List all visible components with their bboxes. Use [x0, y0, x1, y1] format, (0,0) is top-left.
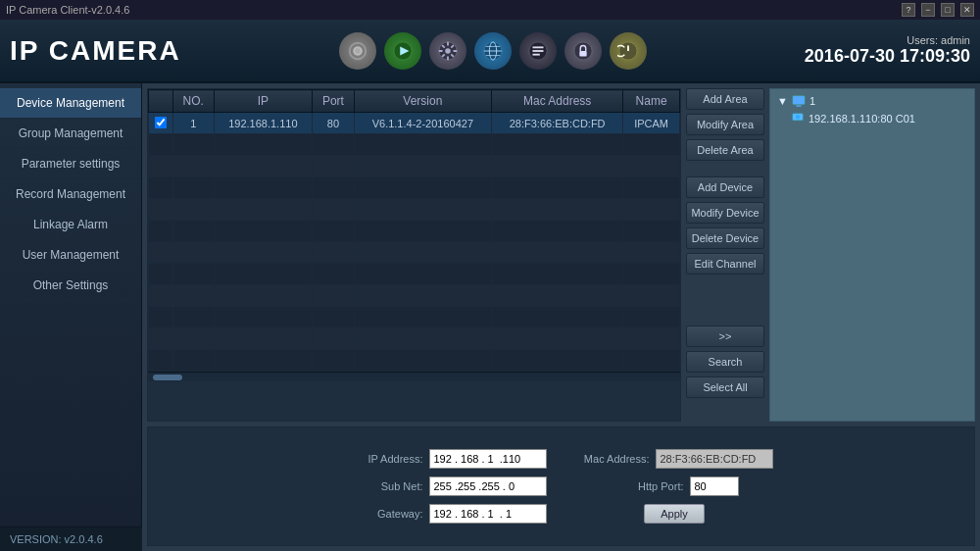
- col-port: Port: [313, 90, 354, 113]
- tree-root-item[interactable]: ▼ 1: [773, 92, 971, 110]
- action-buttons-panel: Add Area Modify Area Delete Area Add Dev…: [686, 88, 764, 422]
- subnet-input[interactable]: [429, 476, 547, 496]
- table-row[interactable]: [149, 134, 680, 156]
- device-table: NO. IP Port Version Mac Address Name: [148, 89, 680, 372]
- globe-nav-icon[interactable]: [474, 32, 512, 70]
- table-row[interactable]: [149, 350, 680, 372]
- modify-device-button[interactable]: Modify Device: [686, 202, 764, 224]
- svg-point-20: [796, 115, 800, 119]
- gateway-label: Gateway:: [350, 508, 423, 520]
- device-info-form: IP Address: Sub Net: Gateway: Mac Addres: [350, 449, 773, 524]
- col-checkbox: [149, 90, 173, 113]
- gateway-row: Gateway:: [350, 504, 547, 524]
- table-row[interactable]: [149, 177, 680, 199]
- nav-icons: [339, 32, 647, 70]
- row-checkbox-cell[interactable]: [149, 113, 173, 134]
- table-row[interactable]: [149, 307, 680, 328]
- device-info-panel: IP Address: Sub Net: Gateway: Mac Addres: [147, 426, 975, 546]
- content-area: NO. IP Port Version Mac Address Name: [142, 83, 980, 551]
- col-no: NO.: [173, 90, 215, 113]
- apply-button[interactable]: Apply: [644, 504, 705, 524]
- sidebar-item-parameter-settings[interactable]: Parameter settings: [0, 149, 141, 179]
- table-row[interactable]: [149, 199, 680, 221]
- tree-device-label: 192.168.1.110:80 C01: [808, 113, 915, 125]
- maximize-button[interactable]: □: [941, 3, 955, 17]
- delete-device-button[interactable]: Delete Device: [686, 227, 764, 249]
- row-mac: 28:F3:66:EB:CD:FD: [492, 113, 623, 134]
- datetime-display: 2016-07-30 17:09:30: [805, 46, 970, 67]
- right-form-group: Mac Address: Http Port: Apply: [576, 449, 773, 524]
- device-table-area: NO. IP Port Version Mac Address Name: [147, 88, 975, 422]
- row-version: V6.1.1.4-2-20160427: [354, 113, 492, 134]
- table-row[interactable]: [149, 264, 680, 285]
- sidebar-item-record-management[interactable]: Record Management: [0, 179, 141, 210]
- wheel-nav-icon[interactable]: [429, 32, 466, 70]
- sidebar: Device Management Group Management Param…: [0, 83, 142, 551]
- table-body: 1 192.168.1.110 80 V6.1.1.4-2-20160427 2…: [149, 113, 680, 372]
- close-button[interactable]: ✕: [960, 3, 974, 17]
- svg-rect-11: [532, 46, 543, 48]
- sidebar-item-other-settings[interactable]: Other Settings: [0, 271, 141, 301]
- port-input[interactable]: [690, 476, 739, 496]
- edit-channel-button[interactable]: Edit Channel: [686, 253, 764, 275]
- table-row[interactable]: [149, 221, 680, 242]
- power-nav-icon[interactable]: [610, 32, 647, 70]
- device-tree-panel: ▼ 1 192.168.1.110:80 C01: [769, 88, 975, 422]
- table-row[interactable]: [149, 328, 680, 350]
- subnet-row: Sub Net:: [350, 476, 547, 496]
- table-row[interactable]: 1 192.168.1.110 80 V6.1.1.4-2-20160427 2…: [149, 113, 680, 134]
- col-mac: Mac Address: [492, 90, 623, 113]
- svg-rect-12: [532, 50, 543, 52]
- title-bar: IP Camera Client-v2.0.4.6 ? − □ ✕: [0, 0, 980, 20]
- mac-row: Mac Address:: [576, 449, 773, 469]
- subnet-label: Sub Net:: [350, 480, 423, 492]
- main-layout: Device Management Group Management Param…: [0, 83, 980, 551]
- tree-expand-icon: ▼: [777, 95, 788, 107]
- svg-point-4: [445, 48, 451, 54]
- table-row[interactable]: [149, 156, 680, 177]
- play-nav-icon[interactable]: [384, 32, 421, 70]
- left-form-group: IP Address: Sub Net: Gateway:: [350, 449, 547, 524]
- sidebar-item-group-management[interactable]: Group Management: [0, 119, 141, 149]
- select-all-button[interactable]: Select All: [686, 376, 764, 398]
- sidebar-item-linkage-alarm[interactable]: Linkage Alarm: [0, 210, 141, 240]
- title-bar-controls: ? − □ ✕: [902, 3, 974, 17]
- user-label: Users: admin: [805, 34, 970, 46]
- row-port: 80: [313, 113, 354, 134]
- user-datetime: Users: admin 2016-07-30 17:09:30: [805, 34, 970, 67]
- svg-rect-15: [579, 51, 586, 57]
- tree-monitor-icon: [792, 94, 806, 108]
- config-nav-icon[interactable]: [519, 32, 557, 70]
- modify-area-button[interactable]: Modify Area: [686, 114, 764, 135]
- svg-rect-17: [793, 96, 805, 105]
- table-row[interactable]: [149, 285, 680, 307]
- table-row[interactable]: [149, 242, 680, 264]
- minimize-button[interactable]: −: [921, 3, 935, 17]
- gateway-input[interactable]: [429, 504, 547, 524]
- col-name: Name: [623, 90, 680, 113]
- tree-device-icon: [791, 112, 805, 125]
- ip-input[interactable]: [429, 449, 547, 469]
- delete-area-button[interactable]: Delete Area: [686, 139, 764, 161]
- camera-nav-icon[interactable]: [339, 32, 376, 70]
- header: IP CAMERA Users: admin 2016-07-30 17:09:…: [0, 20, 980, 83]
- tree-device-item[interactable]: 192.168.1.110:80 C01: [773, 110, 971, 127]
- lock-nav-icon[interactable]: [564, 32, 602, 70]
- sidebar-item-user-management[interactable]: User Management: [0, 240, 141, 271]
- horizontal-scrollbar[interactable]: [148, 372, 680, 381]
- mac-label: Mac Address:: [576, 453, 650, 465]
- window-title: IP Camera Client-v2.0.4.6: [6, 4, 129, 16]
- scroll-thumb[interactable]: [153, 375, 182, 380]
- mac-input[interactable]: [656, 449, 773, 469]
- sidebar-item-device-management[interactable]: Device Management: [0, 88, 141, 119]
- help-button[interactable]: ?: [902, 3, 915, 17]
- ip-label: IP Address:: [350, 453, 423, 465]
- logo-area: IP CAMERA: [10, 35, 181, 67]
- device-table-wrapper: NO. IP Port Version Mac Address Name: [147, 88, 681, 422]
- col-version: Version: [354, 90, 492, 113]
- search-button[interactable]: Search: [686, 351, 764, 373]
- add-area-button[interactable]: Add Area: [686, 88, 764, 110]
- add-device-button[interactable]: Add Device: [686, 176, 764, 198]
- row-checkbox[interactable]: [155, 117, 167, 128]
- forward-button[interactable]: >>: [686, 326, 764, 347]
